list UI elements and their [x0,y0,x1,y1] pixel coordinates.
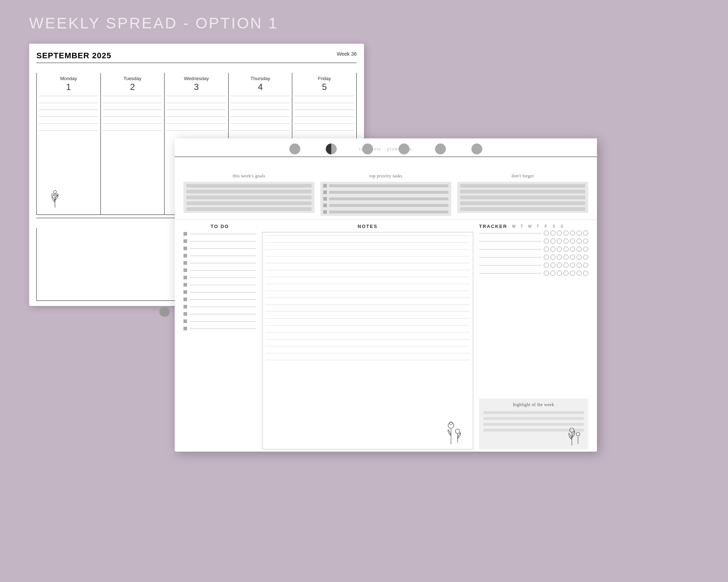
tc-3-2 [550,247,555,252]
front-dot-2 [326,143,337,154]
hl-line-2 [483,417,584,420]
goals-header: this week's goals [183,173,314,179]
tracker-row-line-5 [479,265,542,266]
todo-l-1 [190,234,256,234]
todo-item-8 [183,283,256,287]
priority-line-3 [329,197,448,200]
priority-checkbox-3 [323,197,327,201]
todo-cb-2 [183,239,187,243]
priority-item-3 [323,197,448,201]
priority-line-2 [329,191,448,194]
todo-l-9 [190,292,256,292]
todo-l-11 [190,307,256,307]
priority-checkbox-2 [323,190,327,194]
tracker-day-w: W [527,224,533,228]
back-day-tuesday: Tuesday 2 [101,73,165,215]
thursday-lines [231,96,290,131]
tc-2-3 [557,239,562,244]
front-header-area: take note · planner co [175,138,597,157]
todo-l-12 [190,314,256,314]
tracker-row-line-2 [479,241,542,241]
back-day-monday: Monday 1 [37,73,101,215]
todo-cb-14 [183,327,187,330]
day-num-wednesday: 3 [167,82,226,92]
todo-item-1 [183,232,256,236]
back-week-num: Week 36 [337,51,357,57]
friday-lines [294,96,354,131]
tc-4-5 [570,255,575,260]
todo-item-4 [183,254,256,257]
notes-title: NOTES [262,224,473,229]
tracker-row-4 [479,255,588,260]
tc-3-6 [577,247,582,252]
todo-l-4 [190,256,256,256]
tc-3-3 [557,247,562,252]
front-scallop [175,157,597,168]
forget-header: don't forget [457,173,588,179]
tracker-title: TRACKER [479,224,507,229]
svg-point-13 [448,422,454,428]
todo-cb-9 [183,290,187,294]
todo-item-10 [183,298,256,301]
tc-1-4 [563,231,569,236]
wednesday-lines [167,96,226,131]
tc-6-7 [583,271,588,276]
tc-1-6 [577,231,582,236]
day-name-monday: Monday [39,76,98,81]
tc-4-7 [583,255,588,260]
tc-3-1 [544,247,549,252]
tc-5-1 [544,263,549,268]
day-name-tuesday: Tuesday [103,76,162,81]
forget-line-4 [460,201,585,205]
tracker-row-line-1 [479,233,542,233]
tracker-day-t1: T [519,224,525,228]
tracker-day-f: F [543,224,549,228]
todo-l-7 [190,278,256,278]
tc-5-3 [557,263,562,268]
tracker-highlight-column: TRACKER M T W T F S S [479,224,588,449]
priority-header: top priority tasks [320,173,451,179]
tc-4-4 [563,255,569,260]
todo-l-3 [190,248,256,249]
tc-2-7 [583,239,588,244]
todo-item-2 [183,239,256,243]
notes-lines [265,235,470,360]
todo-cb-12 [183,312,187,316]
priority-item-1 [323,184,448,188]
tracker-day-s2: S [559,224,565,228]
todo-l-2 [190,241,256,241]
tc-1-7 [583,231,588,236]
tc-6-1 [544,271,549,276]
tracker-header-row: TRACKER M T W T F S S [479,224,588,229]
goals-line-4 [186,201,312,205]
tracker-row-5 [479,263,588,268]
priority-column: top priority tasks [320,173,451,216]
todo-item-13 [183,319,256,323]
svg-point-20 [576,432,580,436]
tc-1-2 [550,231,555,236]
front-top-section: this week's goals top priority tasks [175,168,597,220]
back-header: SEPTEMBER 2025 Week 36 [36,51,357,60]
todo-cb-11 [183,305,187,308]
tc-1-3 [557,231,562,236]
todo-item-6 [183,268,256,272]
goals-line-5 [186,207,312,211]
tracker-circles-1 [544,231,588,236]
tracker-row-6 [479,271,588,276]
todo-column: TO DO [183,224,256,449]
svg-point-1 [54,190,56,193]
priority-checkbox-5 [323,210,327,214]
priority-checkbox-4 [323,204,327,207]
todo-cb-4 [183,254,187,257]
back-binding-dot-1 [159,307,170,317]
todo-item-3 [183,247,256,250]
page-title: WEEKLY SPREAD - OPTION 1 [29,15,278,32]
tracker-days-header: M T W T F S S [511,224,565,228]
todo-cb-10 [183,298,187,301]
tc-5-7 [583,263,588,268]
svg-point-14 [450,422,452,425]
todo-item-5 [183,261,256,265]
priority-line-1 [329,184,448,187]
todo-cb-7 [183,276,187,279]
tc-5-6 [577,263,582,268]
